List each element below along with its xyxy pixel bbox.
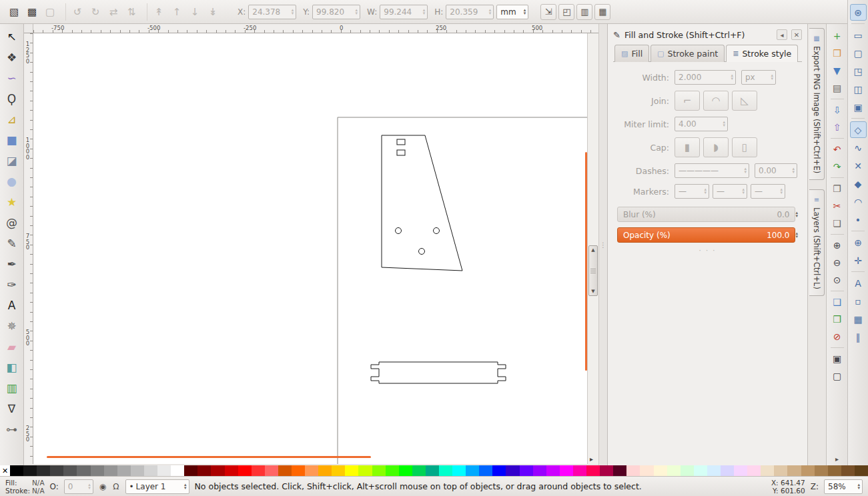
document-print[interactable]: ▤ <box>829 80 845 96</box>
x-field[interactable]: 24.378▴▾ <box>248 5 296 19</box>
rotate-ccw[interactable]: ↺ <box>69 3 86 21</box>
import[interactable]: ⇩ <box>829 102 845 118</box>
select-all[interactable]: ▧ <box>5 3 23 21</box>
zoom-in[interactable]: ⊕ <box>829 237 845 253</box>
tab-fill[interactable]: ▨Fill <box>614 45 649 62</box>
snap-bbox-corners[interactable]: ◳ <box>850 63 867 79</box>
snap-object-centers[interactable]: ⊕ <box>850 234 867 251</box>
palette-swatch[interactable] <box>466 465 479 476</box>
export-png-dialog-tab[interactable]: ▦Export PNG Image (Shift+Ctrl+E) <box>809 28 825 180</box>
document-new[interactable]: + <box>829 28 845 44</box>
y-field[interactable]: 99.820▴▾ <box>312 5 360 19</box>
eraser-tool[interactable]: ▰ <box>2 337 22 357</box>
dialog-close-button[interactable]: ✕ <box>791 29 802 40</box>
palette-swatch[interactable] <box>855 465 868 476</box>
box-3d-tool[interactable]: ◪ <box>2 151 22 171</box>
lower-to-bottom[interactable]: ↡ <box>204 3 222 21</box>
palette-swatch[interactable] <box>332 465 345 476</box>
raise[interactable]: ↑ <box>168 3 185 21</box>
duplicate[interactable]: ❑ <box>829 294 845 310</box>
palette-swatch[interactable] <box>171 465 184 476</box>
palette-swatch[interactable] <box>211 465 224 476</box>
dash-pattern-arrows[interactable]: ▴▾ <box>744 167 747 174</box>
lower[interactable]: ↓ <box>186 3 203 21</box>
palette-swatch[interactable] <box>721 465 734 476</box>
spray-tool[interactable]: ✵ <box>2 316 22 336</box>
snap-page-border[interactable]: ▫ <box>850 293 867 309</box>
select-all-layers[interactable]: ▩ <box>23 3 41 21</box>
palette-swatch[interactable] <box>292 465 305 476</box>
marker-end-combo[interactable]: —▴▾ <box>751 184 785 199</box>
drawing-hole-2[interactable] <box>434 228 440 234</box>
blur-slider[interactable]: Blur (%) 0.0 <box>617 207 795 222</box>
palette-swatch[interactable] <box>412 465 426 476</box>
palette-swatch[interactable] <box>157 465 171 476</box>
star-tool[interactable]: ★ <box>2 192 22 212</box>
dash-pattern-combo[interactable]: —————▴▾ <box>675 163 749 178</box>
join-bevel[interactable]: ◺ <box>732 91 757 111</box>
palette-swatch[interactable] <box>37 465 50 476</box>
cut[interactable]: ✂ <box>829 198 845 214</box>
snap-rotation-centers[interactable]: ✛ <box>850 252 867 269</box>
snap-cusp-nodes[interactable]: ◆ <box>850 175 867 192</box>
palette-swatch[interactable] <box>533 465 546 476</box>
palette-swatch[interactable] <box>734 465 747 476</box>
palette-swatch[interactable] <box>238 465 252 476</box>
zoom-out[interactable]: ⊖ <box>829 255 845 271</box>
drawing-canvas[interactable] <box>33 33 587 464</box>
vertical-scrollbar[interactable]: ▲ ▼ ▸ <box>587 33 598 464</box>
tab-stroke-style[interactable]: ≣Stroke style <box>726 45 798 62</box>
stroke-width-spin-arrows[interactable]: ▴▾ <box>731 74 733 81</box>
dock-resize-handle[interactable]: ⋮ <box>598 24 607 465</box>
snap-path-intersections[interactable]: ✕ <box>850 157 867 174</box>
dash-offset-field[interactable]: 0.00▴▾ <box>755 163 797 178</box>
zoom-tool[interactable]: Ϙ <box>2 89 22 109</box>
palette-swatch[interactable] <box>452 465 466 476</box>
palette-swatch[interactable] <box>399 465 412 476</box>
palette-swatch[interactable] <box>640 465 653 476</box>
palette-swatch[interactable] <box>761 465 774 476</box>
palette-swatch[interactable] <box>197 465 211 476</box>
layer-lock-icon[interactable]: Ω <box>113 482 119 491</box>
palette-swatch[interactable] <box>10 465 23 476</box>
palette-swatch[interactable] <box>372 465 386 476</box>
w-field[interactable]: 99.244▴▾ <box>380 5 428 19</box>
layers-dialog-tab[interactable]: ≡Layers (Shift+Ctrl+L) <box>809 189 825 296</box>
stroke-width-unit-arrows[interactable]: ▴▾ <box>771 74 773 81</box>
blur-spin-arrows[interactable]: ▴▾ <box>795 211 798 218</box>
tab-stroke-paint[interactable]: ▢Stroke paint <box>650 45 725 62</box>
group[interactable]: ▣ <box>829 351 845 367</box>
palette-swatch[interactable] <box>225 465 238 476</box>
rotate-cw[interactable]: ↻ <box>87 3 104 21</box>
palette-swatch[interactable] <box>654 465 667 476</box>
palette-swatch[interactable] <box>787 465 801 476</box>
cap-square[interactable]: ▯ <box>732 137 757 157</box>
marker-mid-arrows[interactable]: ▴▾ <box>742 188 745 195</box>
palette-swatch[interactable] <box>520 465 533 476</box>
ungroup[interactable]: ▢ <box>829 368 845 384</box>
raise-to-top[interactable]: ↟ <box>150 3 167 21</box>
marker-mid-combo[interactable]: —▴▾ <box>713 184 747 199</box>
h-field-spin-arrows[interactable]: ▴▾ <box>489 9 492 15</box>
palette-swatch[interactable] <box>828 465 841 476</box>
snap-smooth-nodes[interactable]: ◠ <box>850 193 867 210</box>
snap-paths[interactable]: ∿ <box>850 139 867 156</box>
snap-text-baseline[interactable]: A <box>850 275 867 291</box>
palette-swatch[interactable] <box>426 465 439 476</box>
scale-stroke-toggle[interactable]: ⇲ <box>540 4 556 20</box>
node-tool[interactable]: ❖ <box>2 47 22 67</box>
gradient-tool[interactable]: ▥ <box>2 378 22 398</box>
measure-tool[interactable]: ⊿ <box>2 109 22 129</box>
paste[interactable]: ❏ <box>829 215 845 231</box>
palette-swatch[interactable] <box>265 465 278 476</box>
unit-combo-arrows[interactable]: ▴▾ <box>524 9 526 15</box>
dialog-undock-button[interactable]: ◂ <box>777 29 787 40</box>
export[interactable]: ⇧ <box>829 119 845 135</box>
palette-swatch[interactable] <box>774 465 787 476</box>
palette-swatch[interactable] <box>50 465 63 476</box>
palette-swatch[interactable] <box>439 465 452 476</box>
move-gradients-toggle[interactable]: ▥ <box>576 4 592 20</box>
unlink-clone[interactable]: ⊘ <box>829 329 845 345</box>
vertical-ruler[interactable]: 12501000750500250 <box>24 33 33 464</box>
palette-swatch[interactable] <box>184 465 197 476</box>
